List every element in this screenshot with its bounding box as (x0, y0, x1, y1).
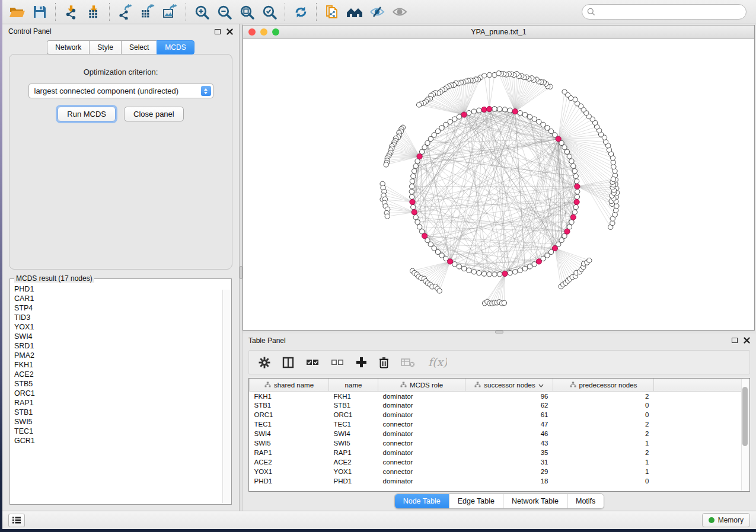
table-row[interactable]: ORC1ORC1dominator610 (250, 410, 742, 419)
graph-dominator-node[interactable] (448, 259, 453, 264)
graph-node[interactable] (575, 189, 580, 194)
graph-dominator-node[interactable] (410, 199, 415, 204)
graph-node[interactable] (562, 145, 567, 149)
graph-node[interactable] (409, 184, 414, 189)
zoom-in-icon[interactable] (192, 2, 212, 21)
graph-node[interactable] (410, 179, 414, 184)
graph-node[interactable] (422, 145, 427, 149)
graph-node[interactable] (457, 264, 461, 269)
graph-dominator-node[interactable] (412, 210, 417, 215)
close-panel-icon[interactable] (227, 28, 233, 35)
graph-leaf-node[interactable] (611, 177, 615, 181)
deselect-all-icon[interactable] (331, 358, 344, 367)
graph-node[interactable] (492, 272, 497, 277)
graph-node[interactable] (492, 107, 497, 111)
mcds-result-item[interactable]: SWI4 (14, 332, 231, 341)
column-header-MCDS-role[interactable]: MCDS role (378, 379, 465, 391)
graph-node[interactable] (522, 266, 527, 271)
graph-dominator-node[interactable] (481, 107, 487, 112)
clone-network-icon[interactable] (322, 2, 342, 21)
graph-node[interactable] (477, 108, 481, 113)
graph-node[interactable] (522, 112, 527, 117)
tab-network-table[interactable]: Network Table (503, 494, 567, 508)
graph-node[interactable] (444, 122, 448, 127)
graph-dominator-node[interactable] (570, 214, 576, 220)
close-window-icon[interactable] (248, 28, 256, 36)
graph-node[interactable] (417, 225, 422, 229)
table-scrollbar[interactable] (741, 379, 749, 491)
network-canvas[interactable] (243, 39, 754, 330)
graph-node[interactable] (572, 210, 577, 214)
mcds-result-item[interactable]: ACE2 (14, 370, 231, 379)
columns-icon[interactable] (282, 357, 294, 368)
table-row[interactable]: PHD1PHD1dominator180 (250, 476, 742, 486)
graph-node[interactable] (497, 107, 502, 111)
graph-node[interactable] (412, 169, 417, 174)
graph-node[interactable] (518, 110, 522, 115)
graph-node[interactable] (467, 110, 471, 115)
mcds-list-scrollbar[interactable] (222, 290, 230, 503)
import-table-icon[interactable] (84, 2, 104, 21)
graph-leaf-node[interactable] (437, 289, 442, 293)
minimize-window-icon[interactable] (260, 28, 267, 36)
graph-node[interactable] (477, 270, 481, 275)
graph-node[interactable] (481, 271, 486, 276)
tab-node-table[interactable]: Node Table (395, 494, 449, 508)
graph-node[interactable] (497, 272, 502, 277)
graph-node[interactable] (467, 268, 471, 273)
mcds-result-item[interactable]: PMA2 (14, 351, 231, 360)
memory-button[interactable]: Memory (702, 513, 750, 527)
graph-node[interactable] (532, 117, 537, 121)
graph-node[interactable] (571, 164, 576, 168)
close-table-panel-icon[interactable] (744, 337, 750, 344)
mcds-result-item[interactable]: STP4 (14, 303, 231, 313)
graph-dominator-node[interactable] (512, 109, 518, 114)
close-panel-button[interactable]: Close panel (124, 107, 184, 121)
export-table-icon[interactable] (138, 2, 158, 21)
graph-node[interactable] (448, 119, 452, 124)
mcds-result-item[interactable]: CAR1 (14, 294, 231, 303)
graph-node[interactable] (409, 194, 414, 199)
graph-node[interactable] (518, 268, 522, 273)
graph-dominator-node[interactable] (552, 245, 557, 251)
graph-leaf-node[interactable] (487, 72, 492, 77)
vertical-splitter[interactable] (239, 24, 243, 511)
export-image-icon[interactable] (160, 2, 180, 21)
graph-node[interactable] (409, 189, 414, 194)
table-row[interactable]: YOX1YOX1connector291 (250, 467, 742, 476)
graph-node[interactable] (471, 270, 476, 274)
zoom-selected-icon[interactable] (259, 2, 279, 21)
network-window-titlebar[interactable]: YPA_prune.txt_1 (243, 25, 754, 39)
tab-style[interactable]: Style (89, 40, 121, 55)
mcds-result-item[interactable]: PHD1 (14, 284, 231, 294)
graph-node[interactable] (567, 154, 572, 159)
graph-dominator-node[interactable] (575, 184, 580, 189)
mcds-result-item[interactable]: SWI5 (14, 417, 231, 427)
table-row[interactable]: FKH1FKH1dominator962 (250, 391, 742, 400)
table-scrollbar-thumb[interactable] (742, 387, 748, 446)
tab-edge-table[interactable]: Edge Table (449, 494, 503, 508)
float-panel-icon[interactable] (215, 29, 221, 34)
mcds-result-item[interactable]: SRD1 (14, 341, 231, 351)
graph-node[interactable] (564, 149, 569, 154)
graph-node[interactable] (573, 204, 578, 209)
graph-node[interactable] (411, 174, 416, 178)
mcds-result-item[interactable]: ORC1 (14, 389, 231, 398)
graph-dominator-node[interactable] (502, 271, 508, 276)
tab-select[interactable]: Select (121, 40, 157, 55)
mcds-result-item[interactable]: STB1 (14, 408, 231, 417)
table-row[interactable]: RAP1RAP1dominator352 (250, 448, 742, 457)
graph-node[interactable] (471, 109, 476, 114)
graph-node[interactable] (572, 169, 577, 174)
graph-dominator-node[interactable] (487, 107, 492, 112)
select-all-icon[interactable] (306, 358, 319, 367)
graph-leaf-node[interactable] (502, 300, 506, 305)
graph-node[interactable] (569, 159, 574, 164)
splitter-handle[interactable] (240, 266, 243, 279)
graph-dominator-node[interactable] (564, 229, 570, 234)
tab-motifs[interactable]: Motifs (567, 494, 604, 508)
graph-node[interactable] (575, 194, 579, 199)
graph-dominator-node[interactable] (574, 199, 579, 204)
horizontal-splitter[interactable] (243, 331, 756, 334)
graph-node[interactable] (461, 266, 466, 271)
